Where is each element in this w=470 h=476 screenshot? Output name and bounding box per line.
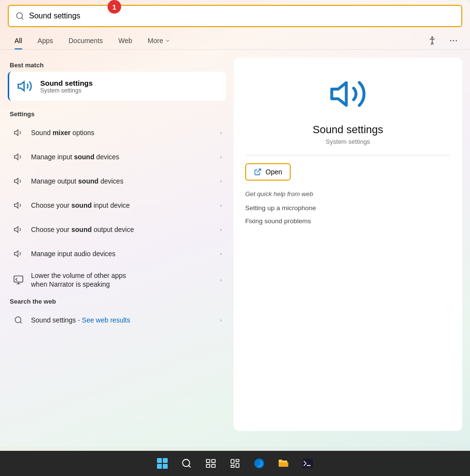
open-button-label: Open [266,168,282,176]
svg-line-17 [257,169,261,172]
best-match-item[interactable]: Sound settings System settings [8,72,226,101]
tab-apps[interactable]: Apps [31,32,60,49]
web-see-results: - See web results [76,316,130,324]
ellipsis-icon [449,36,458,46]
svg-line-1 [21,17,23,19]
step-1-badge: 1 [108,0,121,14]
settings-item-output-devices[interactable]: Manage output sound devices › [8,169,226,193]
taskbar-widgets-button[interactable] [224,453,246,474]
settings-item-input-devices-text: Manage input sound devices [31,153,214,161]
svg-marker-11 [15,227,18,232]
taskbar-edge-button[interactable] [249,453,270,474]
terminal-icon [301,457,314,470]
best-match-text: Sound settings System settings [40,79,93,94]
tab-documents[interactable]: Documents [62,32,110,49]
settings-item-output-devices-text: Manage output sound devices [31,177,214,185]
web-search-item[interactable]: Sound settings - See web results › [8,308,226,332]
svg-rect-13 [14,276,23,282]
svg-marker-8 [15,154,18,160]
nav-tabs: All Apps Documents Web More [0,32,470,50]
settings-item-narrator[interactable]: Lower the volume of other appswhen Narra… [8,266,226,294]
chevron-input-device-icon: › [220,202,222,208]
sound-input-device-icon [12,199,25,212]
taskbar-terminal-button[interactable] [297,453,318,474]
settings-label: Settings [8,107,226,121]
settings-item-output-device-text: Choose your sound output device [31,225,214,234]
open-button[interactable]: Open [245,163,291,181]
svg-marker-6 [18,82,24,91]
chevron-output-device-icon: › [220,227,222,232]
narrator-icon [12,273,25,287]
tab-web[interactable]: Web [111,32,139,49]
svg-rect-26 [231,465,234,468]
settings-item-input-devices[interactable]: Manage input sound devices › [8,145,226,169]
accessibility-icon-btn[interactable] [423,32,441,49]
widgets-icon [230,458,240,469]
app-title: Sound settings [313,123,383,136]
svg-line-15 [20,322,21,323]
svg-marker-12 [15,251,18,257]
help-link-microphone[interactable]: Setting up a microphone [245,201,451,215]
main-content: Best match Sound settings System setting… [0,50,470,439]
settings-item-output-device[interactable]: Choose your sound output device › [8,217,226,242]
tab-more[interactable]: More [141,32,177,49]
taskbar-taskview-button[interactable] [200,453,221,474]
taskbar-search-button[interactable] [176,453,197,474]
best-match-label: Best match [8,58,226,72]
svg-marker-9 [15,178,18,184]
chevron-web-icon: › [220,317,222,323]
nav-left: All Apps Documents Web More [8,32,177,49]
divider [245,155,451,155]
chevron-down-icon [165,38,171,44]
search-container [0,0,470,32]
left-panel: Best match Sound settings System setting… [8,58,226,431]
sound-output-devices-icon [12,174,25,188]
settings-item-narrator-text: Lower the volume of other appswhen Narra… [31,271,214,289]
svg-rect-22 [206,464,210,467]
best-match-subtitle: System settings [40,87,93,94]
windows-logo [157,458,168,469]
quick-help-section: Get quick help from web Setting up a mic… [245,190,451,228]
taskbar-search-icon [181,458,192,469]
svg-point-14 [15,317,21,323]
svg-marker-16 [332,83,346,106]
best-match-icon [16,77,33,95]
sound-input-devices-icon [12,150,25,164]
svg-rect-23 [212,464,215,467]
settings-item-input-device[interactable]: Choose your sound input device › [8,193,226,217]
external-link-icon [254,168,262,176]
help-link-problems[interactable]: Fixing sound problems [245,215,451,228]
quick-help-title: Get quick help from web [245,190,451,198]
sound-output-device-icon [12,223,25,236]
settings-item-audio-devices[interactable]: Manage input audio devices › [8,242,226,266]
svg-rect-21 [212,460,215,462]
svg-rect-24 [231,460,234,463]
accessibility-icon [427,36,437,46]
tab-all[interactable]: All [8,32,29,49]
audio-devices-icon [12,247,25,261]
taskbar-files-button[interactable] [273,453,294,474]
taskview-icon [205,458,216,469]
svg-marker-7 [15,130,18,136]
app-icon-large [326,72,370,116]
svg-line-19 [188,465,190,467]
chevron-audio-devices-icon: › [220,251,222,257]
web-search-item-text: Sound settings - See web results [31,316,214,324]
settings-item-mixer-text: Sound mixer options [31,128,214,137]
web-search-icon [12,313,25,327]
files-icon [278,458,289,469]
search-input[interactable] [29,12,454,20]
chevron-mixer-icon: › [220,130,222,136]
chevron-output-devices-icon: › [220,178,222,184]
settings-item-mixer[interactable]: Sound mixer options › [8,121,226,145]
svg-point-5 [456,40,457,42]
taskbar-start-button[interactable] [152,453,173,474]
svg-point-2 [432,37,433,38]
search-bar[interactable] [8,5,462,27]
settings-item-input-device-text: Choose your sound input device [31,201,214,210]
svg-point-3 [450,40,452,42]
svg-rect-20 [206,460,210,462]
svg-marker-10 [15,202,18,208]
nav-right [423,32,462,49]
more-options-btn[interactable] [445,32,462,49]
